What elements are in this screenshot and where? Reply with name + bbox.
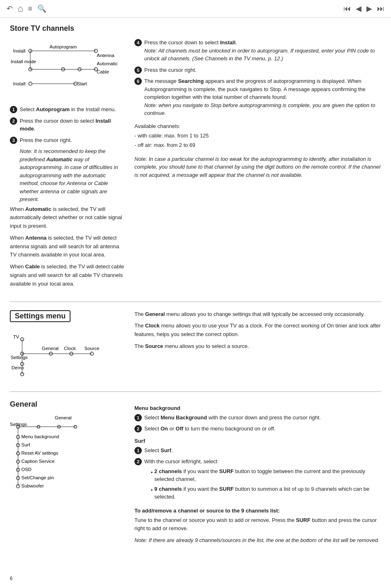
svg-text:Install: Install [13, 48, 25, 53]
svg-text:TV: TV [13, 334, 19, 339]
surf-step-2-content: With the cursor left/right, select • 2 c… [144, 458, 381, 503]
svg-text:Set/Change pin: Set/Change pin [21, 475, 54, 480]
general-svg: General Settings [10, 414, 116, 496]
source-menu-desc: The Source menu allows you to select a s… [134, 342, 381, 351]
step-num-2: 2 [10, 117, 17, 125]
back-icon[interactable]: ↶ [7, 4, 13, 13]
svg-text:Subwoofer: Subwoofer [21, 483, 44, 488]
skip-back-icon[interactable]: ⏮ [343, 5, 351, 13]
step-4-content: Press the cursor down to select Install.… [144, 39, 381, 63]
svg-text:OSD: OSD [21, 467, 32, 472]
mb-step-num-2: 2 [134, 425, 142, 432]
svg-text:Surf: Surf [21, 442, 30, 447]
prev-icon[interactable]: ◀ [356, 4, 361, 13]
bullet-dot-2: • [151, 486, 153, 494]
steps-list-right: 4 Press the cursor down to select Instal… [134, 39, 381, 117]
svg-text:Caption Service: Caption Service [21, 459, 55, 464]
svg-text:Autoprogram: Autoprogram [50, 44, 77, 49]
settings-menu-left: Settings menu TV Settings Demo [10, 310, 125, 382]
search-icon[interactable]: 🔍 [37, 4, 46, 13]
antenna-description: When Antenna is selected, the TV will de… [10, 234, 125, 259]
step-5-content: Press the cursor right. [144, 66, 381, 74]
available-channels-air: - off air: max. from 2 to 69 [134, 140, 381, 150]
svg-text:Automatic: Automatic [97, 61, 118, 66]
step-num-3: 3 [10, 137, 17, 144]
steps-list-left: 1 Select Autoprogram in the Install menu… [10, 105, 125, 144]
svg-text:Start: Start [77, 81, 87, 86]
settings-menu-section: Settings menu TV Settings Demo [10, 310, 381, 382]
step-1: 1 Select Autoprogram in the Install menu… [10, 105, 125, 114]
svg-text:Settings: Settings [10, 422, 27, 427]
svg-text:Antenna: Antenna [97, 53, 114, 58]
menu-icon[interactable]: ≡ [28, 5, 32, 13]
add-remove-note: Note: If there are already 9 channels/so… [134, 536, 381, 545]
available-channels-cable: - with cable: max. from 1 to 125 [134, 131, 381, 140]
bullet-dot-1: • [151, 469, 153, 477]
mb-step-2: 2 Select On or Off to turn the menu back… [134, 425, 381, 433]
svg-text:Cable: Cable [97, 69, 109, 74]
svg-text:Install: Install [13, 81, 25, 86]
svg-point-16 [29, 82, 32, 85]
svg-text:Clock: Clock [64, 346, 76, 351]
step-2: 2 Press the cursor down to select Instal… [10, 117, 125, 133]
step-num-4: 4 [134, 39, 142, 46]
step-4: 4 Press the cursor down to select Instal… [134, 39, 381, 63]
svg-text:Install: Install [11, 375, 24, 376]
general-section: General General Settings [10, 400, 381, 546]
step-2-content: Press the cursor down to select Install … [20, 117, 125, 133]
add-remove-body: Tune to the channel or source you wish t… [134, 516, 381, 533]
general-menu-desc: The General menu allows you to change se… [134, 310, 381, 319]
settings-diagram: TV Settings Demo Install [10, 331, 125, 378]
divider-1 [10, 302, 381, 302]
step-6: 6 The message Searching appears and the … [134, 77, 381, 117]
mb-step-1: 1 Select Menu Background with the cursor… [134, 414, 381, 422]
cable-description: When Cable is selected, the TV will dete… [10, 263, 125, 288]
step-num-5: 5 [134, 66, 142, 74]
svg-text:Menu background: Menu background [21, 434, 59, 439]
step-3-content: Press the cursor right. [20, 136, 125, 144]
surf-sub-list: • 2 channels if you want the SURF button… [144, 467, 381, 501]
add-remove-heading: To add/remove a channel or source to the… [134, 508, 381, 514]
automatic-description: When Automatic is selected, the TV will … [10, 205, 125, 231]
step-num-6: 6 [134, 78, 142, 85]
surf-step-num-2: 2 [134, 458, 142, 465]
autoprogram-diagram: Autoprogram Install Install mode [10, 39, 125, 101]
surf-2ch-text: 2 channels if you want the SURF button t… [155, 467, 381, 483]
store-tv-channels-left: Autoprogram Install Install mode [10, 39, 125, 292]
general-left: General General Settings [10, 400, 125, 546]
settings-menu-content: Settings menu TV Settings Demo [10, 310, 381, 382]
nav-right-icons: ⏮ ◀ ▶ ⏭ [343, 4, 384, 13]
mb-step-1-content: Select Menu Background with the cursor d… [144, 414, 381, 422]
next-icon[interactable]: ▶ [366, 4, 372, 13]
svg-text:Reset AV settings: Reset AV settings [21, 451, 58, 455]
svg-text:Install mode: Install mode [11, 59, 36, 64]
step-1-content: Select Autoprogram in the Install menu. [20, 105, 125, 114]
menu-background-steps: 1 Select Menu Background with the cursor… [134, 414, 381, 433]
surf-step-2: 2 With the cursor left/right, select • 2… [134, 458, 381, 503]
general-title: General [10, 400, 125, 409]
skip-forward-icon[interactable]: ⏭ [377, 5, 384, 13]
svg-text:General: General [55, 415, 72, 420]
home-icon[interactable]: ⌂ [18, 3, 23, 14]
step-3: 3 Press the cursor right. [10, 136, 125, 144]
nav-left-icons: ↶ ⌂ ≡ 🔍 [7, 3, 46, 14]
settings-svg: TV Settings Demo Install [10, 331, 116, 376]
store-tv-channels-section: Store TV channels Autoprogram Install [10, 24, 381, 292]
step-5: 5 Press the cursor right. [134, 66, 381, 74]
surf-steps: 1 Select Surf. 2 With the cursor left/ri… [134, 446, 381, 503]
svg-text:General: General [42, 346, 59, 351]
surf-heading: Surf [134, 438, 381, 444]
divider-2 [10, 391, 381, 392]
top-navigation: ↶ ⌂ ≡ 🔍 ⏮ ◀ ▶ ⏭ [0, 0, 391, 18]
settings-menu-title: Settings menu [10, 310, 70, 322]
general-diagram: General Settings [10, 414, 125, 498]
svg-text:Source: Source [84, 346, 99, 351]
autoprogram-svg: Autoprogram Install Install mode [10, 43, 125, 96]
surf-step-num-1: 1 [134, 447, 142, 454]
available-channels-label: Available channels: [134, 121, 381, 131]
menu-background-heading: Menu background [134, 405, 381, 411]
step-6-content: The message Searching appears and the pr… [144, 77, 381, 117]
mb-step-2-content: Select On or Off to turn the menu backgr… [144, 425, 381, 433]
store-tv-channels-right: 4 Press the cursor down to select Instal… [134, 39, 381, 292]
surf-9ch-text: 9 channels if you want the SURF button t… [155, 485, 381, 501]
